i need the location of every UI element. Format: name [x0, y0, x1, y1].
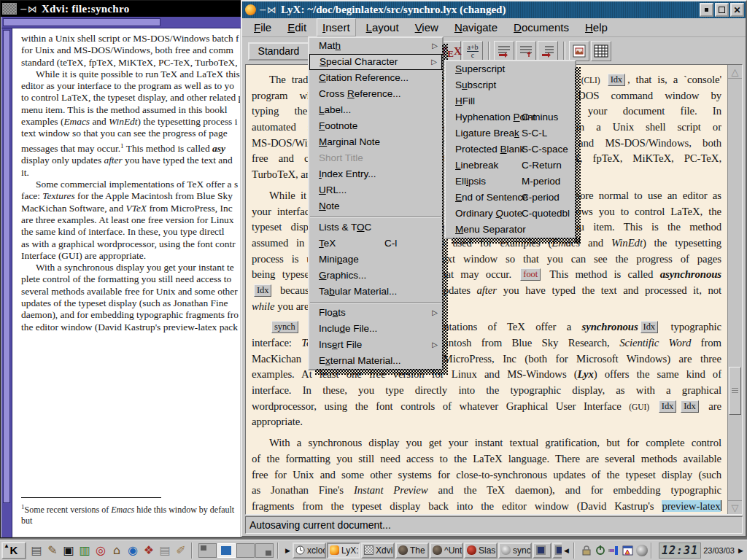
menu-edit[interactable]: Edit [282, 18, 312, 36]
menu-file[interactable]: File [248, 18, 277, 36]
pager-desktop-3[interactable] [236, 543, 255, 558]
itemize-icon[interactable] [494, 41, 514, 61]
index-inset[interactable]: Idx [254, 284, 271, 297]
menu-item-subscript[interactable]: Subscript [446, 77, 575, 93]
menu-item-math[interactable]: Math▷ [309, 38, 442, 54]
xdvi-titlebar[interactable]: −⋈ Xdvi: file:synchro [1, 1, 241, 17]
k-menu-button[interactable]: ▲ K [1, 542, 26, 559]
document-text-line[interactable]: of the formatting you still need access … [252, 451, 721, 467]
xdvi-window-menu-icon[interactable] [2, 3, 17, 15]
help-icon[interactable]: ◎ [93, 542, 109, 559]
editor-icon[interactable]: ✐ [173, 542, 189, 559]
scroll-up-icon[interactable]: △ [728, 65, 742, 79]
menu-item-graphics[interactable]: Graphics... [309, 268, 442, 284]
lyx-titlebar[interactable]: −⋈ LyX: ~/doc/beginlatex/src/synchro.lyx… [242, 1, 746, 18]
taskbar-button-lyx[interactable]: LyX: [327, 542, 360, 559]
document-text-line[interactable]: as Jonathan Fine's Instant Preview and t… [252, 483, 721, 499]
taskbar-button-sync[interactable]: sync [498, 542, 532, 559]
menu-item-special-character[interactable]: Special Character▷ [309, 54, 442, 70]
menu-item-include-file[interactable]: Include File... [309, 321, 442, 337]
menu-item-citation-reference[interactable]: Citation Reference... [309, 70, 442, 86]
menu-item-hyphenation-point[interactable]: Hyphenation PointC-minus [446, 109, 575, 125]
xdvi-vertical-scrollbar[interactable] [1, 28, 12, 537]
pager-desktop-2[interactable] [217, 543, 236, 558]
window-pin-icon[interactable]: −⋈ [259, 4, 276, 15]
browser-icon[interactable]: ◉ [125, 542, 141, 559]
menu-view[interactable]: View [409, 18, 444, 36]
home-icon[interactable]: ⌂ [109, 542, 125, 559]
taskbar-button-xclock[interactable]: xclock [293, 542, 326, 559]
close-button[interactable]: ✕ [730, 3, 744, 17]
menu-item-floats[interactable]: Floats▷ [309, 305, 442, 321]
index-inset[interactable]: Idx [659, 400, 676, 413]
menu-item-cross-reference[interactable]: Cross Reference... [309, 86, 442, 102]
menu-item-lists-toc[interactable]: Lists & TOC [309, 219, 442, 236]
korganizer-icon[interactable] [621, 542, 635, 559]
lock-icon[interactable] [579, 542, 593, 559]
index-inset[interactable]: Idx [681, 400, 698, 413]
menu-item-footnote[interactable]: Footnote [309, 118, 442, 134]
menu-navigate[interactable]: Navigate [449, 18, 503, 36]
table-icon[interactable] [591, 41, 611, 61]
index-inset[interactable]: Idx [640, 321, 658, 333]
xdvi-hscroll-thumb[interactable] [3, 18, 160, 26]
menu-item-ordinary-quote[interactable]: Ordinary QuoteC-quotedbl [446, 206, 575, 222]
footnote-inset[interactable]: foot [520, 268, 541, 281]
menu-item-superscript[interactable]: Superscript [446, 61, 575, 77]
math-mode-icon[interactable]: a+bc [462, 41, 483, 61]
document-text-line[interactable]: free for Unix and some other systems for… [252, 467, 721, 483]
window-list-icon[interactable]: ▤ [28, 542, 44, 559]
document-text-line[interactable]: fragments from the typeset display back … [252, 499, 721, 515]
menu-item-protected-blank[interactable]: Protected BlankS-C-space [446, 141, 575, 158]
label-inset[interactable]: synch [271, 321, 298, 333]
menu-layout[interactable]: Layout [360, 18, 405, 36]
menu-item-label[interactable]: Label... [309, 102, 442, 118]
task-scroll-right-icon[interactable]: ▶ [283, 542, 293, 559]
menu-item-marginal-note[interactable]: Marginal Note [309, 134, 442, 150]
menu-item-note[interactable]: Note [309, 198, 442, 214]
taskbar-button-monitor[interactable] [533, 542, 551, 559]
menu-item-external-material[interactable]: External Material... [309, 353, 442, 369]
pager-desktop-1[interactable] [198, 543, 217, 558]
menu-item-menu-separator[interactable]: Menu Separator [446, 222, 575, 238]
terminal-icon[interactable]: ▣ [61, 542, 77, 559]
plug-icon[interactable] [607, 542, 621, 559]
taskbar-button-pete[interactable]: pete [552, 542, 562, 559]
menu-item-tabular-material[interactable]: Tabular Material... [309, 284, 442, 300]
taskbar-button-slas[interactable]: Slas [464, 542, 498, 559]
kde-resources-icon[interactable]: ❖ [141, 542, 157, 559]
files-icon[interactable]: ▤ [157, 542, 173, 559]
maximize-button[interactable] [715, 3, 729, 17]
menu-documents[interactable]: Documents [508, 18, 575, 36]
menu-item-minipage[interactable]: Minipage [309, 252, 442, 268]
menu-item-end-of-sentence[interactable]: End of SentenceC-period [446, 190, 575, 206]
layout-combo[interactable]: Standard [248, 42, 309, 61]
logout-icon[interactable] [593, 542, 607, 559]
menu-item-ellipsis[interactable]: EllipsisM-period [446, 174, 575, 190]
scroll-down-icon[interactable]: ▽ [728, 500, 742, 514]
taskbar-button-unti[interactable]: ^Unti [430, 542, 463, 559]
menu-item-hfill[interactable]: HFill [446, 93, 575, 109]
menu-item-ligature-break[interactable]: Ligature BreakS-C-L [446, 125, 575, 141]
document-text-line[interactable]: With a synchronous display you get your … [252, 435, 721, 451]
document-scrollbar[interactable]: △ ▽ [727, 65, 742, 514]
pager-desktop-4[interactable] [255, 543, 274, 558]
document-text-line[interactable]: appropriate. [252, 414, 721, 430]
menu-item-index-entry[interactable]: Index Entry... [309, 166, 442, 182]
menu-item-short-title[interactable]: Short Title [309, 150, 442, 166]
document-text-line[interactable]: wordprocessor, using the font controls o… [252, 399, 721, 415]
taskbar-button-the-c[interactable]: The C [395, 542, 429, 559]
document-text-line[interactable]: interface. In these, you type directly i… [252, 383, 721, 399]
window-pin-icon[interactable]: −⋈ [20, 4, 37, 15]
konsole-icon[interactable]: ▥ [77, 542, 93, 559]
panel-hide-arrow-icon[interactable]: ▶ [736, 542, 746, 559]
iconify-button[interactable] [700, 3, 713, 17]
menu-help[interactable]: Help [579, 18, 614, 36]
menu-item-url[interactable]: URL... [309, 182, 442, 198]
menu-insert[interactable]: Insert [317, 18, 356, 36]
enumerate-icon[interactable] [516, 41, 536, 61]
taskbar-button-xdvi[interactable]: Xdvi: [361, 542, 395, 559]
depth-icon[interactable] [538, 41, 558, 61]
menu-item-tex[interactable]: TeXC-l [309, 236, 442, 252]
task-scroll-left-icon[interactable]: ◀ [562, 542, 571, 559]
